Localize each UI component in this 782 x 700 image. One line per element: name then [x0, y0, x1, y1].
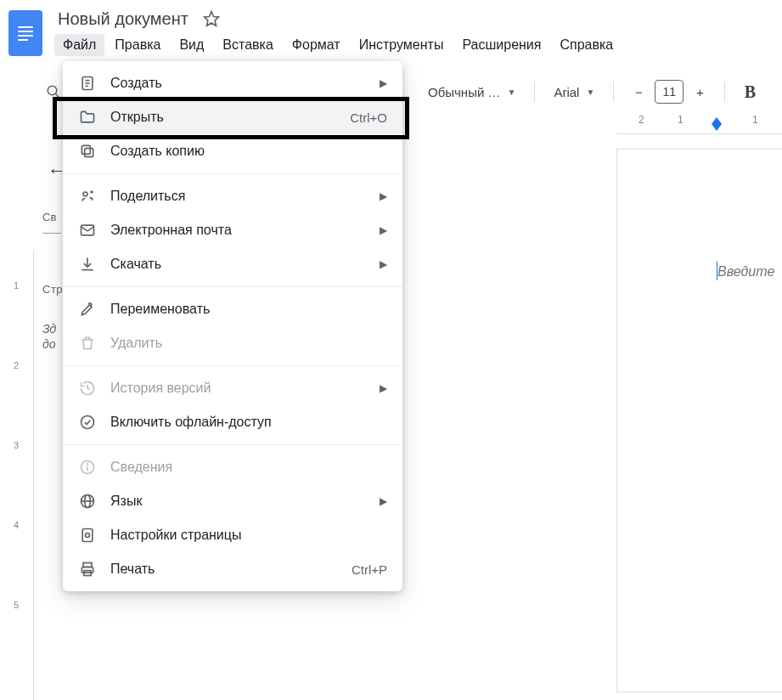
menu-item-label: Настройки страницы: [110, 528, 387, 543]
chevron-right-icon: ▶: [380, 224, 387, 236]
ruler-mark: 3: [14, 440, 19, 450]
page-setup-icon: [78, 526, 97, 545]
svg-rect-20: [82, 529, 93, 542]
menu-item-label: Сведения: [110, 460, 387, 475]
search-icon: [46, 84, 61, 99]
menu-item-print[interactable]: Печать Ctrl+P: [63, 552, 402, 586]
menu-separator: [63, 444, 402, 445]
menu-item-share[interactable]: Поделиться ▶: [63, 179, 402, 213]
menu-view[interactable]: Вид: [171, 34, 212, 56]
trash-icon: [78, 334, 97, 353]
outline-pages-label: Стр: [42, 283, 63, 296]
font-label: Arial: [554, 85, 579, 99]
menu-item-rename[interactable]: Переименовать: [63, 292, 402, 326]
menu-item-label: Поделиться: [110, 189, 366, 204]
menu-item-shortcut: Ctrl+P: [352, 562, 387, 577]
bold-button[interactable]: B: [737, 79, 762, 104]
left-indent-marker[interactable]: [712, 124, 722, 131]
menu-item-language[interactable]: Язык ▶: [63, 484, 402, 518]
chevron-right-icon: ▶: [380, 495, 387, 507]
info-icon: [78, 458, 97, 477]
font-select[interactable]: Arial ▼: [547, 79, 601, 104]
svg-point-9: [83, 192, 87, 196]
menu-item-offline[interactable]: Включить офлайн-доступ: [63, 405, 402, 439]
header: Новый документ Файл Правка Вид Вставка Ф…: [0, 0, 782, 61]
decrease-font-size[interactable]: −: [626, 79, 651, 104]
chevron-down-icon: ▼: [586, 88, 594, 97]
separator: [534, 82, 535, 102]
docs-logo-icon: [18, 26, 33, 41]
menu-item-label: Печать: [110, 562, 338, 577]
menu-item-label: Скачать: [110, 257, 366, 272]
file-menu: Создать ▶ Открыть Ctrl+O Создать копию П…: [63, 61, 402, 591]
menu-format[interactable]: Формат: [284, 34, 349, 56]
menu-item-label: Создать: [110, 76, 366, 91]
menu-item-page-setup[interactable]: Настройки страницы: [63, 518, 402, 552]
svg-point-1: [48, 86, 57, 95]
print-icon: [78, 560, 97, 579]
menu-item-shortcut: Ctrl+O: [350, 110, 387, 125]
ruler-mark: 2: [639, 114, 644, 126]
ruler-mark: 2: [14, 360, 19, 370]
ruler-mark: 1: [752, 114, 758, 126]
svg-rect-7: [85, 149, 93, 157]
copy-icon: [78, 142, 97, 161]
menu-item-delete: Удалить: [63, 326, 402, 360]
menubar: Файл Правка Вид Вставка Формат Инструмен…: [54, 34, 622, 56]
chevron-right-icon: ▶: [380, 382, 387, 394]
outline-heading: Св: [42, 211, 56, 223]
menu-separator: [63, 365, 402, 366]
menu-tools[interactable]: Инструменты: [351, 34, 453, 56]
first-line-indent-marker[interactable]: [712, 117, 722, 124]
outline-note-line1: Зд: [42, 322, 56, 336]
star-icon[interactable]: [202, 9, 221, 28]
separator: [724, 82, 725, 102]
globe-icon: [78, 492, 97, 511]
chevron-right-icon: ▶: [380, 258, 387, 270]
svg-rect-8: [82, 145, 90, 154]
separator: [613, 82, 614, 102]
svg-line-2: [55, 93, 59, 97]
menu-item-history: История версий ▶: [63, 371, 402, 405]
menu-item-label: Удалить: [110, 336, 387, 351]
menu-item-open[interactable]: Открыть Ctrl+O: [63, 100, 402, 134]
menu-item-download[interactable]: Скачать ▶: [63, 247, 402, 281]
menu-item-label: Язык: [110, 494, 366, 509]
chevron-right-icon: ▶: [380, 190, 387, 202]
page-placeholder: Введите: [717, 264, 774, 279]
history-icon: [78, 379, 97, 398]
increase-font-size[interactable]: +: [687, 79, 712, 104]
font-size-input[interactable]: 11: [655, 80, 684, 104]
svg-point-13: [82, 416, 94, 429]
menu-item-label: Включить офлайн-доступ: [110, 415, 387, 430]
horizontal-ruler: 2 1 1: [616, 110, 782, 134]
chevron-right-icon: ▶: [380, 77, 387, 89]
svg-point-16: [87, 464, 87, 465]
ruler-mark: 5: [14, 600, 19, 610]
share-icon: [78, 187, 97, 206]
paragraph-style-label: Обычный …: [428, 85, 500, 99]
menu-extensions[interactable]: Расширения: [453, 34, 549, 56]
menu-edit[interactable]: Правка: [106, 34, 169, 56]
outline-divider: [42, 233, 61, 234]
menu-item-email[interactable]: Электронная почта ▶: [63, 213, 402, 247]
document-page[interactable]: Введите: [616, 149, 782, 692]
menu-item-label: История версий: [110, 381, 366, 396]
ruler-mark: 1: [678, 114, 684, 126]
menu-item-label: Электронная почта: [110, 223, 366, 238]
menu-item-label: Переименовать: [110, 302, 387, 317]
chevron-down-icon: ▼: [507, 88, 515, 97]
folder-icon: [78, 108, 97, 127]
email-icon: [78, 221, 97, 240]
menu-insert[interactable]: Вставка: [214, 34, 281, 56]
menu-item-copy[interactable]: Создать копию: [63, 134, 402, 168]
vertical-ruler: 1 2 3 4 5: [0, 250, 34, 700]
menu-help[interactable]: Справка: [551, 34, 622, 56]
document-title[interactable]: Новый документ: [54, 8, 192, 31]
menu-file[interactable]: Файл: [54, 34, 104, 56]
menu-item-label: Открыть: [110, 110, 336, 125]
docs-logo[interactable]: [8, 10, 42, 56]
rename-icon: [78, 300, 97, 319]
menu-item-new[interactable]: Создать ▶: [63, 66, 402, 100]
paragraph-style-select[interactable]: Обычный … ▼: [421, 79, 522, 104]
